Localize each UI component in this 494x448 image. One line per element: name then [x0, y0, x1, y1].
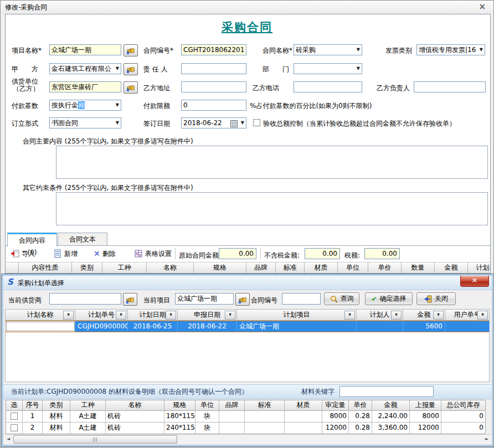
col-header[interactable]: 品牌: [246, 262, 276, 273]
cell-seq[interactable]: 2: [23, 423, 43, 434]
chevron-down-icon[interactable]: ▼: [116, 103, 119, 107]
col-header[interactable]: 金额: [372, 400, 410, 410]
acceptance-total-checkbox[interactable]: [253, 119, 260, 126]
grid-settings-button[interactable]: 表格设置: [132, 248, 174, 259]
confirm-select-button[interactable]: ✔ 确定选择: [365, 292, 413, 305]
filter-dropdown-icon[interactable]: ▼: [166, 311, 176, 320]
party-b-phone-input[interactable]: [294, 81, 362, 92]
col-header[interactable]: 工种: [70, 400, 106, 410]
col-header[interactable]: 申报日期▼: [178, 310, 237, 320]
cell-name[interactable]: 机砖: [106, 411, 164, 422]
cell-plan-project[interactable]: 众城广场一期: [237, 321, 357, 332]
chevron-down-icon[interactable]: ▼: [480, 48, 483, 52]
cell-unit[interactable]: 块: [195, 423, 219, 434]
plan-row-selected[interactable]: CGJHD090000008 2018-06-25 2018-06-22 众城广…: [6, 321, 489, 332]
cell-amount[interactable]: 2,240.00: [372, 411, 410, 422]
invoice-type-select[interactable]: 增值税专用发票|16 ▼: [416, 44, 485, 55]
party-b-leader-input[interactable]: [414, 81, 486, 92]
col-header[interactable]: 名称: [106, 400, 164, 410]
cell-brand[interactable]: [219, 411, 245, 422]
current-project-input[interactable]: 众城广场一期: [175, 293, 234, 305]
col-header[interactable]: 序号: [23, 400, 43, 410]
cell-standard[interactable]: [245, 423, 285, 434]
col-header[interactable]: 选: [6, 400, 23, 410]
other-terms-textarea[interactable]: [56, 192, 488, 225]
col-header[interactable]: 计划单号▼: [75, 310, 128, 320]
project-picker-button[interactable]: [124, 44, 138, 56]
add-button[interactable]: 新增: [51, 248, 80, 259]
col-header[interactable]: 类别: [72, 262, 102, 273]
chevron-down-icon[interactable]: ▼: [241, 121, 244, 125]
cell-standard[interactable]: [245, 411, 285, 422]
col-header[interactable]: 材质: [305, 262, 338, 273]
col-header[interactable]: 计划单: [468, 262, 490, 273]
col-header[interactable]: 计划项目▼: [237, 310, 357, 320]
cell-hq-stock[interactable]: 0: [441, 411, 485, 422]
cell-trade[interactable]: A土建: [70, 423, 106, 434]
cell-brand[interactable]: [219, 423, 245, 434]
filter-dropdown-icon[interactable]: ▼: [116, 311, 126, 320]
responsible-input[interactable]: [181, 63, 246, 74]
scrollbar-thumb[interactable]: [13, 435, 177, 444]
col-header[interactable]: 材质: [285, 400, 322, 410]
tax-amount-input[interactable]: 0.00: [364, 248, 400, 259]
close-button[interactable]: 关闭: [416, 292, 456, 305]
cell-spec[interactable]: 180*115*: [164, 411, 195, 422]
chevron-down-icon[interactable]: ▼: [116, 66, 119, 71]
project-name-input[interactable]: 众城广场一期: [49, 44, 121, 55]
dialog-close-button[interactable]: ×: [460, 276, 489, 287]
cell-user-no[interactable]: [445, 321, 490, 332]
orig-amount-input[interactable]: 0.00: [219, 248, 256, 259]
chevron-down-icon[interactable]: ▼: [357, 66, 360, 71]
filter-dropdown-icon[interactable]: ▼: [391, 311, 402, 320]
col-header[interactable]: 单价: [368, 262, 402, 273]
cell-spec[interactable]: 240*115*: [164, 423, 195, 434]
supplier-picker-button[interactable]: [124, 81, 138, 94]
cell-name[interactable]: 机砖: [106, 423, 164, 434]
cell-amount[interactable]: 3,360.00: [372, 423, 410, 434]
cell-material[interactable]: [285, 411, 322, 422]
col-header[interactable]: 类别: [43, 400, 70, 410]
col-header[interactable]: 数量: [402, 262, 435, 273]
form-type-select[interactable]: 书面合同 ▼: [49, 117, 121, 128]
project-picker-button[interactable]: [235, 293, 250, 306]
notax-amount-input[interactable]: 0.00: [305, 248, 340, 259]
cell-approved-qty[interactable]: 12000: [322, 423, 349, 434]
current-supplier-input[interactable]: [49, 293, 121, 305]
detail-row[interactable]: 1 材料 A土建 机砖 180*115* 块 8000 0.28 2,240.0…: [6, 411, 485, 423]
col-header[interactable]: 标准: [245, 400, 285, 410]
filter-dropdown-icon[interactable]: ▼: [225, 311, 235, 320]
cell-reported-qty[interactable]: 8000: [410, 411, 441, 422]
filter-dropdown-icon[interactable]: ▼: [63, 311, 74, 320]
filter-dropdown-icon[interactable]: ▼: [344, 311, 355, 320]
cell-plan-date[interactable]: 2018-06-25: [128, 321, 178, 332]
payment-base-select[interactable]: 按执行金额 ▼: [49, 100, 121, 111]
col-header[interactable]: 计划人▼: [357, 310, 403, 320]
col-header[interactable]: 计划日期▼: [128, 310, 178, 320]
cell-unit-price[interactable]: 0.28: [349, 411, 372, 422]
window-close-icon[interactable]: ×: [478, 2, 486, 12]
party-a-picker-button[interactable]: [124, 63, 138, 75]
col-header[interactable]: 品牌: [219, 400, 245, 410]
col-header[interactable]: 内容性质: [19, 262, 72, 273]
col-header[interactable]: 金额: [435, 262, 468, 273]
col-header[interactable]: 审定量: [322, 400, 349, 410]
delete-button[interactable]: ✕ 删除: [91, 248, 118, 259]
col-header[interactable]: 用户单号▼: [445, 310, 490, 320]
supplier-input[interactable]: 东营区华康砖厂: [49, 81, 121, 92]
tab-contract-text[interactable]: 合同文本 (0): [58, 233, 107, 246]
cell-amount[interactable]: 5600: [403, 321, 445, 332]
cell-plan-no[interactable]: CGJHD090000008: [75, 321, 128, 332]
tab-contract-content[interactable]: 合同内容 (0): [7, 233, 57, 246]
col-header[interactable]: 工种: [102, 262, 147, 273]
main-content-textarea[interactable]: [56, 146, 488, 179]
row-checkbox[interactable]: [11, 424, 18, 431]
contract-name-select[interactable]: 砖采购 ▼: [294, 44, 362, 55]
scroll-left-icon[interactable]: ◄: [3, 435, 13, 444]
col-header[interactable]: 总公司库存: [441, 400, 485, 410]
detail-row[interactable]: 2 材料 A土建 机砖 240*115* 块 12000 0.28 3,360.…: [6, 423, 485, 434]
filter-dropdown-icon[interactable]: ▼: [433, 311, 444, 320]
col-header[interactable]: 规格: [164, 400, 195, 410]
cell-category[interactable]: 材料: [43, 423, 70, 434]
department-select[interactable]: ▼: [294, 63, 362, 74]
